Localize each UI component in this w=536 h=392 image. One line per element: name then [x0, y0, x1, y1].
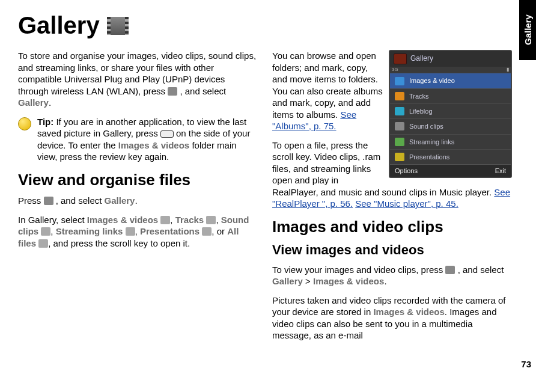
text: ,: [216, 215, 221, 225]
film-icon: [107, 17, 129, 35]
lifeblog-icon: [395, 107, 404, 115]
menu-gallery: Gallery: [272, 276, 303, 286]
battery-icon: ▮: [507, 67, 509, 73]
page-title: Gallery: [18, 12, 512, 39]
column-2: Gallery 3G ▮ Images & video Tracks: [272, 50, 512, 349]
phone-item-label: Images & video: [409, 76, 455, 85]
text: ,: [50, 226, 55, 236]
streaming-icon: [395, 138, 404, 146]
tracks-icon: [395, 92, 404, 100]
phone-item-lifeblog[interactable]: Lifeblog: [390, 103, 511, 118]
phone-item-label: Streaming links: [409, 138, 454, 146]
menu-streaming-links: Streaming links: [56, 226, 123, 236]
imgvid-p1: To view your images and video clips, pre…: [272, 264, 512, 287]
clapperboard-icon: [394, 54, 407, 64]
phone-titlebar: Gallery: [390, 51, 511, 67]
text: To view your images and video clips, pre…: [272, 265, 445, 275]
text: , and select: [180, 86, 226, 96]
review-key-icon: [160, 130, 174, 138]
imgvid-p2: Pictures taken and video clips recorded …: [272, 295, 512, 341]
phone-item-label: Lifeblog: [409, 107, 433, 115]
text: , or: [212, 226, 227, 236]
streaming-icon: [126, 227, 135, 236]
phone-item-label: Tracks: [409, 92, 429, 100]
manual-page: Gallery Gallery To store and organise yo…: [0, 0, 536, 392]
menu-images-videos: Images & videos: [313, 276, 384, 286]
text: ,: [135, 226, 140, 236]
text: , and select: [56, 195, 105, 206]
phone-item-tracks[interactable]: Tracks: [390, 88, 511, 103]
text: , and press the scroll key to open it.: [48, 238, 190, 248]
phone-item-label: Presentations: [409, 153, 449, 161]
text: .: [384, 276, 386, 286]
phone-status-bar: 3G ▮: [390, 67, 511, 73]
sound-clips-icon: [395, 122, 404, 130]
phone-item-streaming[interactable]: Streaming links: [390, 134, 511, 149]
menu-gallery: Gallery: [18, 97, 49, 108]
view-p2: In Gallery, select Images & videos , Tra…: [18, 214, 258, 250]
phone-screenshot: Gallery 3G ▮ Images & video Tracks: [389, 50, 512, 178]
text: Press: [18, 195, 44, 206]
text: .: [135, 195, 137, 206]
sound-icon: [41, 227, 50, 236]
phone-item-sound-clips[interactable]: Sound clips: [390, 118, 511, 133]
view-p1: Press , and select Gallery.: [18, 195, 258, 207]
phone-item-presentations[interactable]: Presentations: [390, 149, 511, 164]
tracks-icon: [206, 216, 216, 224]
phone-title-text: Gallery: [410, 54, 433, 64]
lightbulb-icon: [18, 117, 31, 130]
images-video-icon: [395, 77, 404, 85]
presentations-icon: [202, 227, 212, 236]
menu-images-videos: Images & videos: [373, 307, 444, 317]
section-tab: Gallery: [519, 0, 536, 60]
presentations-icon: [395, 153, 404, 161]
images-icon: [160, 216, 170, 224]
menu-key-icon: [168, 87, 177, 96]
menu-key-icon: [445, 266, 455, 274]
heading-images-video-clips: Images and video clips: [272, 218, 512, 236]
text: In Gallery, select: [18, 215, 87, 225]
menu-key-icon: [44, 197, 53, 205]
page-number: 73: [521, 359, 531, 369]
phone-softkeys: Options Exit: [390, 164, 511, 177]
page-title-text: Gallery: [18, 12, 100, 39]
intro-paragraph: To store and organise your images, video…: [18, 50, 258, 109]
softkey-options[interactable]: Options: [395, 167, 418, 175]
text: You can browse and open folders; and mar…: [272, 51, 383, 120]
tip-block: Tip: If you are in another application, …: [18, 116, 258, 163]
text: ,: [170, 215, 175, 225]
menu-images-videos: Images & videos: [87, 215, 158, 225]
menu-images-videos: Images & videos: [118, 140, 189, 150]
tip-text: Tip: If you are in another application, …: [37, 116, 258, 163]
text: , and select: [458, 265, 504, 275]
menu-presentations: Presentations: [140, 226, 199, 236]
phone-menu-list: Images & video Tracks Lifeblog Soun: [390, 73, 511, 164]
body-columns: To store and organise your images, video…: [18, 50, 512, 387]
softkey-exit[interactable]: Exit: [495, 167, 506, 175]
heading-view-organise: View and organise files: [18, 171, 258, 189]
phone-frame: Gallery 3G ▮ Images & video Tracks: [389, 50, 512, 178]
link-music-player[interactable]: See "Music player", p. 45.: [355, 198, 458, 209]
signal-label: 3G: [392, 67, 398, 73]
all-files-icon: [38, 239, 48, 248]
breadcrumb-separator: >: [303, 276, 313, 286]
tip-label: Tip:: [37, 117, 53, 127]
text: .: [49, 97, 51, 108]
subheading-view-images-videos: View images and videos: [272, 242, 512, 259]
phone-item-images-video[interactable]: Images & video: [390, 73, 511, 88]
menu-gallery: Gallery: [105, 195, 135, 206]
menu-tracks: Tracks: [175, 215, 204, 225]
phone-item-label: Sound clips: [409, 122, 443, 130]
